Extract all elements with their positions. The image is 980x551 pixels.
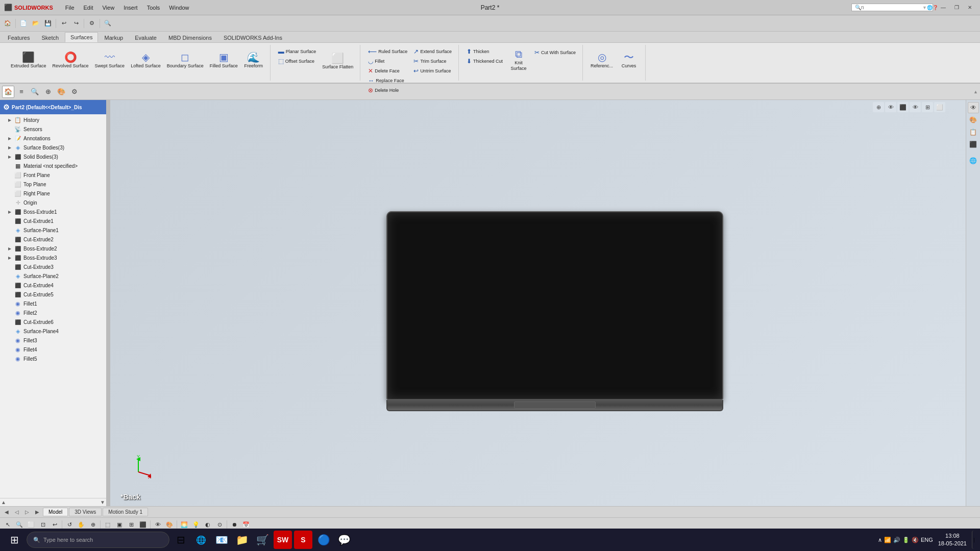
tab-model[interactable]: Model bbox=[43, 508, 68, 516]
taskbar-mail[interactable]: 📧 bbox=[212, 531, 231, 549]
swept-surface-button[interactable]: 〰 Swept Surface bbox=[92, 46, 128, 74]
tray-lang[interactable]: ENG bbox=[921, 537, 933, 543]
vp-section[interactable]: ⊞ bbox=[922, 102, 933, 112]
bt-record[interactable]: ⏺ bbox=[229, 519, 240, 530]
revolved-surface-button[interactable]: ⭕ Revolved Surface bbox=[50, 46, 91, 74]
tab-mbd[interactable]: MBD Dimensions bbox=[163, 33, 217, 42]
taskbar-chrome[interactable]: 🔵 bbox=[314, 531, 333, 549]
rp-appearance[interactable]: 👁 bbox=[968, 102, 979, 113]
vp-perspective[interactable]: 👁 bbox=[885, 102, 896, 112]
rp-solidworks-apps[interactable]: 🌐 bbox=[968, 155, 979, 166]
vp-zoom-to-fit[interactable]: ⊕ bbox=[873, 102, 884, 112]
ft-item-surface-plane4[interactable]: ◈ Surface-Plane4 bbox=[0, 327, 106, 336]
ft-item-solid-bodies[interactable]: ▶ ⬛ Solid Bodies(3) bbox=[0, 152, 106, 161]
menu-view[interactable]: View bbox=[98, 4, 118, 12]
surface-flatten-button[interactable]: ⬜ Surface Flatten bbox=[320, 47, 356, 76]
rp-decals[interactable]: 📋 bbox=[968, 127, 979, 138]
cmd-tab-add[interactable]: ⊕ bbox=[42, 86, 54, 98]
ft-item-material[interactable]: ▦ Material <not specified> bbox=[0, 161, 106, 170]
bt-std-views[interactable]: ⬚ bbox=[102, 519, 113, 530]
ft-item-boss-extrude1[interactable]: ▶ ⬛ Boss-Extrude1 bbox=[0, 207, 106, 216]
ft-item-right-plane[interactable]: ⬜ Right Plane bbox=[0, 189, 106, 198]
taskbar-edge[interactable]: 🌐 bbox=[192, 531, 210, 549]
cmd-tab-settings[interactable]: ⚙ bbox=[68, 86, 81, 98]
tab-surfaces[interactable]: Surfaces bbox=[65, 32, 98, 42]
minimize-button[interactable]: — bbox=[937, 3, 949, 13]
untrim-surface-button[interactable]: ↩ Untrim Surface bbox=[411, 66, 454, 76]
taskbar-sw2[interactable]: S bbox=[294, 531, 312, 549]
qa-redo[interactable]: ↪ bbox=[70, 18, 82, 29]
thicken-button[interactable]: ⬆ Thicken bbox=[464, 47, 505, 56]
menu-edit[interactable]: Edit bbox=[80, 4, 97, 12]
bt-hide-show[interactable]: 👁 bbox=[152, 519, 163, 530]
start-button[interactable]: ⊞ bbox=[4, 531, 24, 549]
bt-pan[interactable]: ✋ bbox=[76, 519, 87, 530]
taskbar-store[interactable]: 🛒 bbox=[253, 531, 272, 549]
bt-zoom-dynamic[interactable]: ⊕ bbox=[87, 519, 99, 530]
qa-settings[interactable]: ⚙ bbox=[86, 18, 97, 29]
lofted-surface-button[interactable]: ◈ Lofted Surface bbox=[128, 46, 163, 74]
ft-item-cut-extrude1[interactable]: ⬛ Cut-Extrude1 bbox=[0, 216, 106, 226]
ft-item-fillet4[interactable]: ◉ Fillet4 bbox=[0, 345, 106, 354]
search-box[interactable]: 🔍 ▼ 🌐 ❓ bbox=[851, 4, 933, 11]
maximize-button[interactable]: ❐ bbox=[950, 3, 963, 13]
bt-zoom-in[interactable]: 🔍 bbox=[14, 519, 25, 530]
ft-item-sensors[interactable]: 📡 Sensors bbox=[0, 124, 106, 134]
qa-undo[interactable]: ↩ bbox=[58, 18, 69, 29]
taskbar-taskview[interactable]: ⊟ bbox=[172, 531, 190, 549]
bt-realview[interactable]: 💡 bbox=[190, 519, 202, 530]
planar-surface-button[interactable]: ▬ Planar Surface bbox=[276, 47, 319, 56]
bt-section-view[interactable]: ⊞ bbox=[126, 519, 137, 530]
menu-file[interactable]: File bbox=[61, 4, 79, 12]
ft-item-fillet3[interactable]: ◉ Fillet3 bbox=[0, 336, 106, 345]
extruded-surface-button[interactable]: ⬛ Extruded Surface bbox=[8, 46, 49, 74]
menu-window[interactable]: Window bbox=[165, 4, 193, 12]
ft-item-fillet5[interactable]: ◉ Fillet5 bbox=[0, 354, 106, 363]
boundary-surface-button[interactable]: ◻ Boundary Surface bbox=[164, 46, 206, 74]
bt-zoom-fit[interactable]: ⊡ bbox=[37, 519, 48, 530]
ft-item-boss-extrude3[interactable]: ▶ ⬛ Boss-Extrude3 bbox=[0, 253, 106, 262]
ft-item-origin[interactable]: ✛ Origin bbox=[0, 198, 106, 207]
cmd-tab-list[interactable]: ≡ bbox=[15, 86, 28, 98]
ft-item-cut-extrude2[interactable]: ⬛ Cut-Extrude2 bbox=[0, 235, 106, 244]
ft-item-cut-extrude5[interactable]: ⬛ Cut-Extrude5 bbox=[0, 290, 106, 299]
rp-scenes[interactable]: 🎨 bbox=[968, 114, 979, 126]
ft-item-surface-plane2[interactable]: ◈ Surface-Plane2 bbox=[0, 271, 106, 281]
tab-addins[interactable]: SOLIDWORKS Add-Ins bbox=[218, 33, 288, 42]
tray-network[interactable]: 📶 bbox=[884, 537, 891, 543]
curves-button[interactable]: 〜 Curves bbox=[617, 46, 641, 74]
qa-home[interactable]: 🏠 bbox=[2, 18, 13, 29]
tab-evaluate[interactable]: Evaluate bbox=[129, 33, 162, 42]
ft-item-front-plane[interactable]: ⬜ Front Plane bbox=[0, 170, 106, 180]
collapse-handle[interactable]: ▲ bbox=[973, 89, 978, 94]
delete-face-button[interactable]: ✕ Delete Face bbox=[365, 66, 410, 76]
bt-view-orient[interactable]: ▣ bbox=[114, 519, 125, 530]
bt-zoom-area[interactable]: ⬜ bbox=[26, 519, 37, 530]
tray-mute[interactable]: 🔇 bbox=[912, 537, 919, 543]
fillet-button[interactable]: ◡ Fillet bbox=[365, 57, 410, 66]
bt-nav-right2[interactable]: ▶ bbox=[33, 508, 42, 516]
bt-ambient[interactable]: ⊙ bbox=[214, 519, 225, 530]
cmd-tab-home[interactable]: 🏠 bbox=[2, 86, 14, 98]
vp-display-style[interactable]: ⬛ bbox=[897, 102, 909, 112]
bt-display-type[interactable]: ⬛ bbox=[137, 519, 149, 530]
tab-features[interactable]: Features bbox=[2, 33, 35, 42]
cut-with-surface-button[interactable]: ✂ Cut With Surface bbox=[532, 48, 578, 57]
offset-surface-button[interactable]: ⬚ Offset Surface bbox=[276, 57, 319, 66]
clock[interactable]: 13:08 18-05-2021 bbox=[935, 532, 970, 548]
show-desktop[interactable]: │ bbox=[972, 531, 976, 549]
ft-item-cut-extrude4[interactable]: ⬛ Cut-Extrude4 bbox=[0, 281, 106, 290]
close-button[interactable]: ✕ bbox=[964, 3, 976, 13]
ft-item-surface-plane1[interactable]: ◈ Surface-Plane1 bbox=[0, 226, 106, 235]
filled-surface-button[interactable]: ▣ Filled Surface bbox=[207, 46, 240, 74]
taskbar-sw-launcher[interactable]: SW bbox=[274, 531, 292, 549]
bt-shadows[interactable]: ◐ bbox=[202, 519, 213, 530]
qa-search[interactable]: 🔍 bbox=[102, 18, 113, 29]
bt-rotate[interactable]: ↺ bbox=[64, 519, 75, 530]
ft-item-fillet1[interactable]: ◉ Fillet1 bbox=[0, 299, 106, 308]
ft-scroll-up[interactable]: ▲ bbox=[1, 499, 6, 505]
ft-item-top-plane[interactable]: ⬜ Top Plane bbox=[0, 180, 106, 189]
bt-prev-view[interactable]: ↩ bbox=[49, 519, 60, 530]
bt-nav-right[interactable]: ▷ bbox=[22, 508, 32, 516]
thickened-cut-button[interactable]: ⬇ Thickened Cut bbox=[464, 57, 505, 66]
